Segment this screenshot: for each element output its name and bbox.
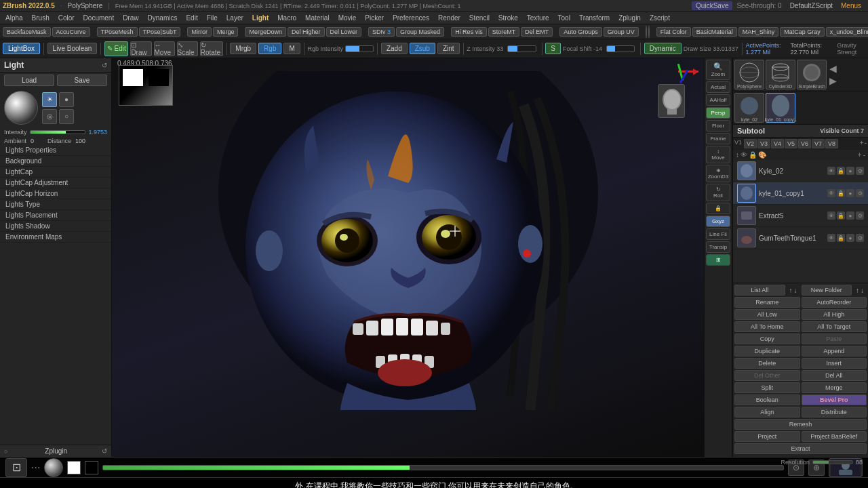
all-low-btn[interactable]: All Low bbox=[734, 309, 800, 320]
st-col-1[interactable]: ● bbox=[846, 167, 854, 175]
all-to-target-btn[interactable]: All To Target bbox=[802, 321, 867, 332]
transip-btn[interactable]: Transip bbox=[706, 241, 730, 253]
group-uv-btn[interactable]: Group UV bbox=[604, 27, 639, 37]
copy-btn[interactable]: Copy bbox=[734, 333, 800, 344]
st-lock-3[interactable]: 🔒 bbox=[837, 211, 845, 220]
project-basrelief-btn[interactable]: Project BasRelief bbox=[802, 431, 867, 442]
scroll-up-icon[interactable]: ◀ bbox=[829, 63, 837, 74]
st-gear-2[interactable]: ⚙ bbox=[856, 189, 864, 197]
mah-shiny-btn[interactable]: MAH_Shiny bbox=[738, 27, 779, 37]
new-folder-btn[interactable]: New Folder bbox=[802, 285, 852, 296]
duplicate-btn[interactable]: Duplicate bbox=[734, 346, 800, 357]
head-icon-widget[interactable] bbox=[658, 84, 685, 118]
edit-btn[interactable]: ✎ Edit bbox=[104, 41, 128, 56]
draw-btn[interactable]: ⊡ Draw bbox=[130, 41, 151, 56]
lights-shadow-item[interactable]: Lights Shadow bbox=[0, 221, 111, 232]
version-tab-v6[interactable]: V6 bbox=[798, 139, 811, 148]
version-tab-v3[interactable]: V3 bbox=[757, 139, 770, 148]
menus-label[interactable]: Menus bbox=[837, 2, 865, 9]
subtool-minus-icon[interactable]: - bbox=[865, 139, 867, 148]
menu-light[interactable]: Light bbox=[248, 14, 273, 22]
light-icon-1[interactable]: ☀ bbox=[42, 92, 57, 107]
gxyz-btn[interactable]: Gxyz bbox=[706, 216, 730, 227]
quick-save-btn[interactable]: QuickSave bbox=[692, 1, 732, 10]
menu-render[interactable]: Render bbox=[434, 14, 465, 22]
merge-action-btn[interactable]: Merge bbox=[802, 382, 867, 393]
resolution-slider[interactable] bbox=[812, 460, 853, 464]
lightcap-adjustment-item[interactable]: LightCap Adjustment bbox=[0, 178, 111, 188]
sdiv-btn[interactable]: SDIv 3 bbox=[368, 27, 395, 37]
st-gear-4[interactable]: ⚙ bbox=[856, 234, 864, 242]
menu-color[interactable]: Color bbox=[54, 14, 79, 22]
zsub-btn[interactable]: Zsub bbox=[410, 43, 435, 54]
backface-mask-btn[interactable]: BackfaceMask bbox=[3, 27, 51, 37]
st-color-icon[interactable]: 🎨 bbox=[758, 151, 766, 159]
frame-btn[interactable]: Frame bbox=[706, 133, 730, 144]
del-other-btn[interactable]: Del Other bbox=[734, 370, 800, 381]
storemt-btn[interactable]: StoreMT bbox=[488, 27, 520, 37]
st-col-3[interactable]: ● bbox=[846, 211, 854, 220]
version-tab-v2[interactable]: V2 bbox=[744, 139, 757, 148]
hi-res-vis-btn[interactable]: Hi Res vis bbox=[451, 27, 487, 37]
scale-btn[interactable]: ⤡ Scale bbox=[177, 41, 198, 56]
menu-file[interactable]: File bbox=[203, 14, 222, 22]
dynamic-btn[interactable]: Dynamic bbox=[644, 43, 682, 54]
st-gear-1[interactable]: ⚙ bbox=[856, 167, 864, 175]
insert-btn[interactable]: Insert bbox=[802, 358, 867, 369]
menu-macro[interactable]: Macro bbox=[273, 14, 300, 22]
zadd-btn[interactable]: Zadd bbox=[381, 43, 408, 54]
extract-action-btn[interactable]: Extract bbox=[734, 443, 867, 454]
black-swatch[interactable] bbox=[85, 461, 98, 474]
paste-btn[interactable]: Paste bbox=[802, 333, 867, 344]
basic-material-btn[interactable]: BasicMaterial bbox=[692, 27, 737, 37]
st-vis-1[interactable]: 👁 bbox=[827, 167, 835, 175]
linefil-btn[interactable]: Line Fil bbox=[706, 228, 730, 240]
st-move-icon[interactable]: ↕ bbox=[736, 151, 739, 159]
st-lock-4[interactable]: 🔒 bbox=[837, 234, 845, 242]
mirror-btn[interactable]: Mirror bbox=[187, 27, 212, 37]
del-lower-btn[interactable]: Del Lower bbox=[326, 27, 362, 37]
bevel-pro-btn[interactable]: Bevel Pro bbox=[802, 394, 867, 405]
boolean-btn[interactable]: Boolean bbox=[734, 394, 800, 405]
move-btn[interactable]: ↔ Move bbox=[154, 41, 175, 56]
menu-dynamics[interactable]: Dynamics bbox=[144, 14, 182, 22]
floor-btn[interactable]: Floor bbox=[706, 120, 730, 131]
mrgb-btn[interactable]: Mrgb bbox=[230, 43, 256, 54]
local-btn[interactable]: 🔒 bbox=[706, 203, 730, 214]
list-up-icon[interactable]: ↑ bbox=[789, 287, 793, 294]
version-tab-v5[interactable]: V5 bbox=[785, 139, 797, 148]
menu-stencil[interactable]: Stencil bbox=[465, 14, 494, 22]
tpose-subt-btn[interactable]: TPose|SubT bbox=[139, 27, 181, 37]
rgb-btn[interactable]: Rgb bbox=[258, 43, 281, 54]
group-masked-btn[interactable]: Group Masked bbox=[396, 27, 444, 37]
zoomd3-btn[interactable]: ⊕ ZoomD3 bbox=[706, 165, 730, 182]
folder-up-icon[interactable]: ↑ bbox=[856, 287, 859, 294]
del-all-btn[interactable]: Del All bbox=[802, 370, 867, 381]
zint-btn[interactable]: Zint bbox=[437, 43, 460, 54]
lights-placement-item[interactable]: Lights Placement bbox=[0, 210, 111, 221]
material-sphere-2[interactable] bbox=[648, 25, 650, 39]
st-gear-3[interactable]: ⚙ bbox=[856, 211, 864, 220]
st-col-2[interactable]: ● bbox=[846, 189, 854, 197]
light-icon-3[interactable]: ◎ bbox=[42, 109, 57, 124]
flat-color-btn[interactable]: Flat Color bbox=[656, 27, 691, 37]
extract-btn[interactable]: ⊞ bbox=[706, 254, 730, 266]
autoreorder-btn[interactable]: AutoReorder bbox=[802, 297, 867, 308]
m-btn[interactable]: M bbox=[283, 43, 300, 54]
auto-groups-btn[interactable]: Auto Groups bbox=[559, 27, 602, 37]
thumbnail[interactable] bbox=[119, 65, 173, 106]
subtool-add-icon[interactable]: + bbox=[860, 139, 864, 148]
matcap-gray-btn[interactable]: MatCap Gray bbox=[780, 27, 825, 37]
all-high-btn[interactable]: All High bbox=[802, 309, 867, 320]
project-btn[interactable]: Project bbox=[734, 431, 800, 442]
st-lock-1[interactable]: 🔒 bbox=[837, 167, 845, 175]
default-zscript[interactable]: DefaultZScript bbox=[786, 2, 837, 9]
align-btn[interactable]: Align bbox=[734, 407, 800, 418]
menu-draw[interactable]: Draw bbox=[119, 14, 142, 22]
subtool-item-kyle01copy1[interactable]: kyle_01_copy1 👁 🔒 ● ⚙ bbox=[733, 182, 868, 205]
menu-tool[interactable]: Tool bbox=[554, 14, 574, 22]
roll-btn[interactable]: ↻ Roll bbox=[706, 184, 730, 201]
zplugin-row[interactable]: ○ Zplugin ↺ bbox=[0, 445, 111, 457]
bottom-sphere[interactable] bbox=[44, 458, 63, 477]
intensity-bar[interactable] bbox=[30, 130, 86, 134]
